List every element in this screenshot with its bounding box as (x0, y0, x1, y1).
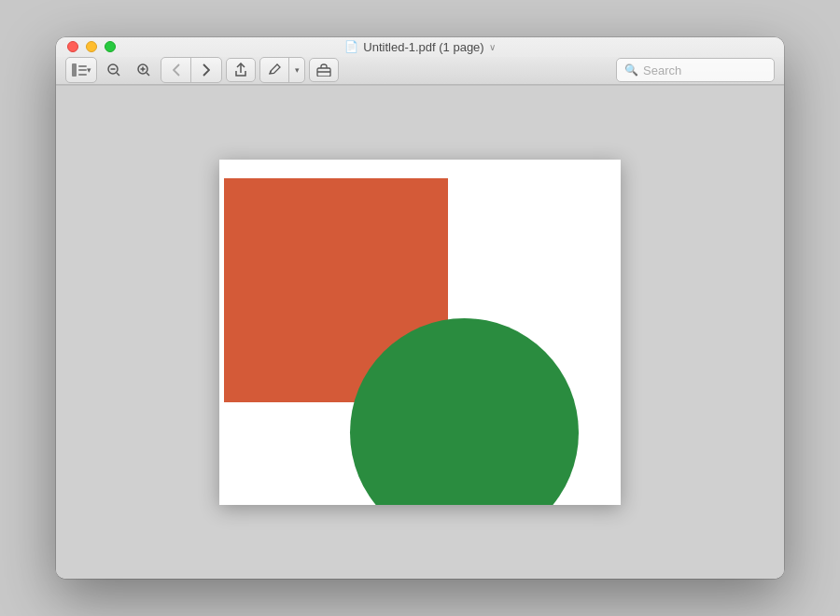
toolbox-icon (316, 63, 331, 77)
pencil-icon (268, 63, 281, 77)
window-title: 📄 Untitled-1.pdf (1 page) ∨ (344, 40, 495, 54)
svg-line-2 (117, 73, 119, 76)
share-icon (234, 63, 247, 77)
search-placeholder: Search (643, 63, 681, 77)
zoom-out-icon (106, 63, 121, 77)
minimize-button[interactable] (86, 41, 97, 52)
nav-back-button[interactable] (161, 58, 191, 82)
title-text: Untitled-1.pdf (1 page) (363, 40, 483, 54)
document-icon: 📄 (344, 40, 358, 53)
toolbox-button[interactable] (309, 58, 339, 82)
title-chevron-icon[interactable]: ∨ (489, 42, 496, 52)
maximize-button[interactable] (105, 41, 116, 52)
pdf-page (219, 160, 621, 505)
zoom-out-button[interactable] (101, 57, 127, 83)
search-icon: 🔍 (624, 63, 638, 77)
pdf-content-area (56, 86, 784, 579)
svg-line-6 (147, 73, 149, 76)
nav-group (161, 57, 222, 83)
nav-forward-button[interactable] (191, 58, 221, 82)
sidebar-toggle-button[interactable]: ▾ (65, 57, 97, 83)
main-window: 📄 Untitled-1.pdf (1 page) ∨ ▾ (56, 37, 784, 579)
zoom-in-button[interactable] (131, 57, 157, 83)
sidebar-chevron-icon: ▾ (87, 65, 91, 75)
search-box[interactable]: 🔍 Search (616, 58, 775, 82)
close-button[interactable] (67, 41, 78, 52)
nav-back-icon (173, 63, 180, 77)
annotate-chevron-button[interactable]: ▾ (289, 58, 304, 82)
zoom-in-icon (136, 63, 151, 77)
annotate-button[interactable] (260, 58, 288, 82)
window-controls (67, 41, 116, 52)
toolbar: ▾ (56, 57, 784, 85)
nav-forward-icon (203, 63, 210, 77)
titlebar: 📄 Untitled-1.pdf (1 page) ∨ ▾ (56, 37, 784, 86)
annotate-group: ▾ (259, 57, 305, 83)
sidebar-icon (72, 63, 87, 77)
share-button[interactable] (226, 58, 256, 82)
